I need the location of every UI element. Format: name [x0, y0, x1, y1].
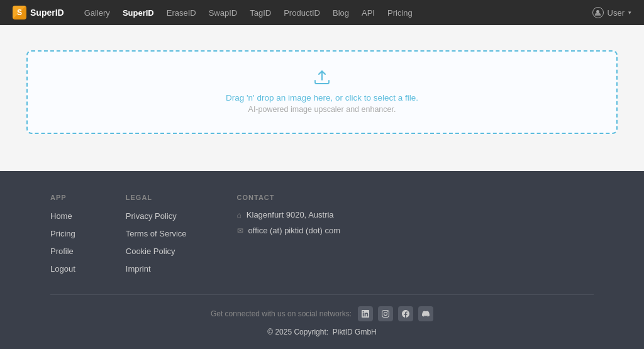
footer-link-privacy[interactable]: Privacy Policy — [126, 211, 177, 221]
footer-link-pricing[interactable]: Pricing — [50, 229, 75, 238]
nav-superid[interactable]: SuperID — [123, 8, 154, 18]
footer: APP Home Pricing Profile Logout LEGAL Pr… — [0, 171, 644, 349]
email-icon: ✉ — [237, 226, 243, 235]
footer-link-logout[interactable]: Logout — [50, 264, 75, 274]
copyright-company: PiktID GmbH — [333, 328, 377, 336]
social-row: Get connected with us on social networks… — [211, 306, 433, 321]
footer-address: ⌂ Klagenfurt 9020, Austria — [237, 210, 340, 219]
logo[interactable]: S SuperID — [13, 6, 64, 19]
footer-contact-heading: CONTACT — [237, 194, 340, 201]
footer-bottom: Get connected with us on social networks… — [50, 294, 594, 336]
nav-productid[interactable]: ProductID — [284, 8, 320, 18]
footer-link-terms[interactable]: Terms of Service — [126, 229, 187, 238]
social-prompt-text: Get connected with us on social networks… — [211, 309, 352, 318]
copyright-text: © 2025 Copyright: PiktID GmbH — [267, 328, 377, 336]
logo-icon: S — [13, 6, 26, 19]
footer-contact-section: CONTACT ⌂ Klagenfurt 9020, Austria ✉ off… — [237, 194, 340, 274]
dropzone-sub-text: AI-powered image upscaler and enhancer. — [248, 105, 396, 114]
nav-swapid[interactable]: SwapID — [209, 8, 238, 18]
user-icon — [592, 7, 604, 18]
social-icons — [358, 306, 433, 321]
main-nav: Gallery SuperID EraseID SwapID TagID Pro… — [84, 8, 577, 18]
logo-text: SuperID — [30, 8, 64, 18]
nav-api[interactable]: API — [362, 8, 375, 18]
upload-icon — [314, 70, 330, 88]
footer-email: ✉ office (at) piktid (dot) com — [237, 226, 340, 235]
user-label: User — [608, 8, 625, 18]
footer-link-imprint[interactable]: Imprint — [126, 264, 151, 274]
linkedin-icon[interactable] — [358, 306, 373, 321]
main-content: Drag 'n' drop an image here, or click to… — [0, 25, 644, 171]
nav-eraseid[interactable]: EraseID — [167, 8, 196, 18]
facebook-icon[interactable] — [398, 306, 413, 321]
user-chevron-icon: ▾ — [628, 9, 631, 16]
nav-blog[interactable]: Blog — [333, 8, 349, 18]
nav-pricing[interactable]: Pricing — [387, 8, 413, 18]
user-menu[interactable]: User ▾ — [592, 7, 631, 18]
footer-app-heading: APP — [50, 194, 75, 201]
footer-legal-heading: LEGAL — [126, 194, 187, 201]
footer-legal-section: LEGAL Privacy Policy Terms of Service Co… — [126, 194, 187, 274]
footer-link-profile[interactable]: Profile — [50, 247, 74, 256]
footer-app-section: APP Home Pricing Profile Logout — [50, 194, 75, 274]
instagram-icon[interactable] — [378, 306, 393, 321]
footer-link-cookie[interactable]: Cookie Policy — [126, 247, 175, 256]
dropzone-main-text: Drag 'n' drop an image here, or click to… — [226, 93, 418, 102]
footer-link-home[interactable]: Home — [50, 211, 72, 221]
nav-tagid[interactable]: TagID — [250, 8, 271, 18]
discord-icon[interactable] — [418, 306, 433, 321]
image-dropzone[interactable]: Drag 'n' drop an image here, or click to… — [26, 50, 618, 134]
location-icon: ⌂ — [237, 211, 242, 219]
nav-gallery[interactable]: Gallery — [84, 8, 110, 18]
